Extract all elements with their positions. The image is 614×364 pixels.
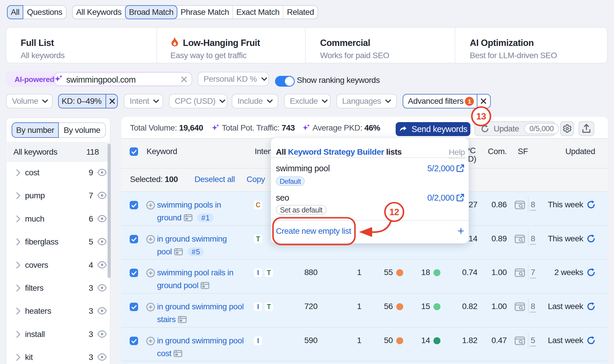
- svg-text:13: 13: [476, 111, 486, 122]
- svg-text:12: 12: [389, 207, 399, 217]
